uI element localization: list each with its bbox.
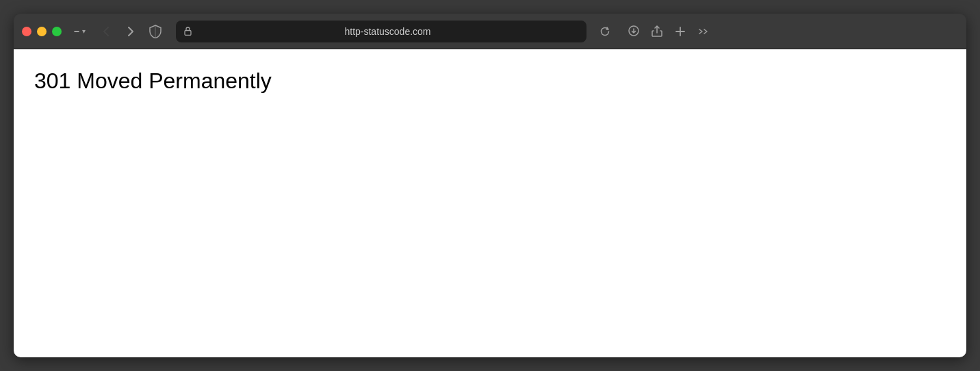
more-icon [698, 27, 709, 36]
toolbar: ▾ [14, 14, 966, 49]
lock-icon [184, 27, 192, 36]
forward-button[interactable] [121, 22, 140, 41]
back-icon [103, 26, 109, 37]
add-tab-button[interactable] [670, 21, 691, 42]
traffic-lights [22, 27, 62, 36]
download-button[interactable] [623, 21, 644, 42]
toolbar-right [623, 21, 714, 42]
close-button[interactable] [22, 27, 31, 36]
maximize-button[interactable] [52, 27, 62, 36]
url-display: http-statuscode.com [197, 26, 578, 37]
shield-icon [149, 25, 162, 38]
chevron-down-icon: ▾ [82, 27, 86, 35]
sidebar-icon [74, 31, 79, 32]
back-button[interactable] [96, 22, 116, 41]
more-button[interactable] [693, 21, 714, 42]
sidebar-toggle-button[interactable]: ▾ [70, 25, 90, 38]
svg-rect-0 [185, 31, 191, 36]
add-tab-icon [675, 26, 686, 37]
page-content: 301 Moved Permanently [14, 49, 966, 357]
forward-icon [127, 26, 134, 37]
shield-button[interactable] [146, 22, 165, 41]
download-icon [628, 25, 639, 38]
reload-icon [599, 26, 610, 37]
page-heading: 301 Moved Permanently [34, 68, 946, 94]
browser-window: ▾ [14, 14, 966, 357]
reload-button[interactable] [595, 21, 615, 42]
minimize-button[interactable] [37, 27, 47, 36]
share-button[interactable] [647, 21, 667, 42]
share-icon [652, 25, 662, 38]
address-bar[interactable]: http-statuscode.com [176, 21, 586, 42]
